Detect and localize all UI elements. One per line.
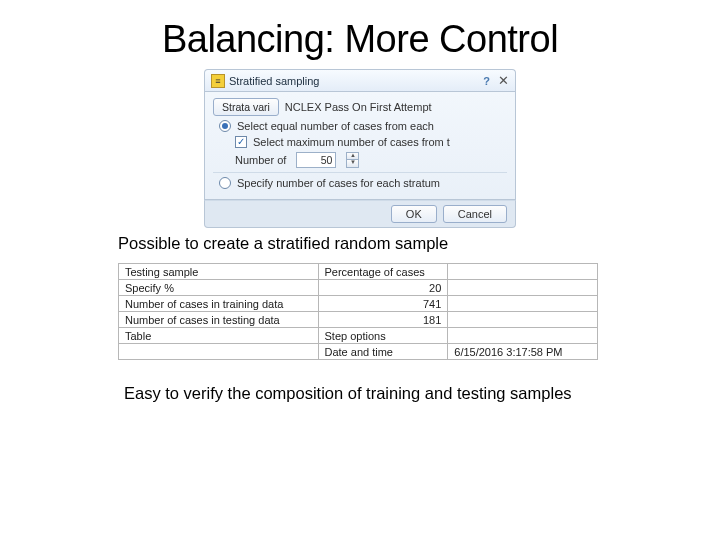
specify-per-stratum-radio[interactable]	[219, 177, 231, 189]
specify-per-stratum-label: Specify number of cases for each stratum	[237, 177, 440, 189]
dialog-body: Strata vari NCLEX Pass On First Attempt …	[204, 91, 516, 200]
strata-variable-button[interactable]: Strata vari	[213, 98, 279, 116]
app-icon: ≡	[211, 74, 225, 88]
table-row: Number of cases in training data741	[119, 296, 598, 312]
strata-variable-value: NCLEX Pass On First Attempt	[285, 101, 432, 113]
number-of-label: Number of	[235, 154, 286, 166]
dialog-title: Stratified sampling	[229, 75, 483, 87]
cancel-button[interactable]: Cancel	[443, 205, 507, 223]
cell-extra	[448, 296, 598, 312]
chevron-down-icon[interactable]: ▼	[346, 160, 359, 168]
cell-val: Date and time	[318, 344, 448, 360]
cell-key: Number of cases in testing data	[119, 312, 319, 328]
select-equal-label: Select equal number of cases from each	[237, 120, 434, 132]
cell-extra	[448, 312, 598, 328]
cell-key: Number of cases in training data	[119, 296, 319, 312]
cell-val: Percentage of cases	[318, 264, 448, 280]
cell-key: Testing sample	[119, 264, 319, 280]
select-max-label: Select maximum number of cases from t	[253, 136, 450, 148]
number-of-input[interactable]: 50	[296, 152, 336, 168]
page-title: Balancing: More Control	[0, 18, 720, 61]
cell-extra	[448, 264, 598, 280]
help-icon[interactable]: ?	[483, 75, 490, 87]
close-icon[interactable]: ✕	[498, 73, 509, 88]
table-row: Date and time6/15/2016 3:17:58 PM	[119, 344, 598, 360]
table-row: TableStep options	[119, 328, 598, 344]
dialog-titlebar: ≡ Stratified sampling ? ✕	[204, 69, 516, 91]
caption-verify: Easy to verify the composition of traini…	[124, 384, 720, 403]
caption-stratified: Possible to create a stratified random s…	[118, 234, 720, 253]
select-equal-radio[interactable]	[219, 120, 231, 132]
cell-key	[119, 344, 319, 360]
dialog-footer: OK Cancel	[204, 200, 516, 228]
cell-val: Step options	[318, 328, 448, 344]
testing-sample-table: Testing samplePercentage of cases Specif…	[118, 263, 598, 360]
select-max-checkbox[interactable]: ✓	[235, 136, 247, 148]
cell-val: 741	[318, 296, 448, 312]
divider	[213, 172, 507, 173]
cell-extra	[448, 328, 598, 344]
cell-val: 20	[318, 280, 448, 296]
cell-key: Table	[119, 328, 319, 344]
cell-extra: 6/15/2016 3:17:58 PM	[448, 344, 598, 360]
cell-key: Specify %	[119, 280, 319, 296]
table-row: Specify %20	[119, 280, 598, 296]
stratified-sampling-dialog: ≡ Stratified sampling ? ✕ Strata vari NC…	[204, 69, 516, 228]
cell-extra	[448, 280, 598, 296]
table-row: Number of cases in testing data181	[119, 312, 598, 328]
number-spinner[interactable]: ▲ ▼	[346, 152, 359, 168]
cell-val: 181	[318, 312, 448, 328]
table-row: Testing samplePercentage of cases	[119, 264, 598, 280]
ok-button[interactable]: OK	[391, 205, 437, 223]
